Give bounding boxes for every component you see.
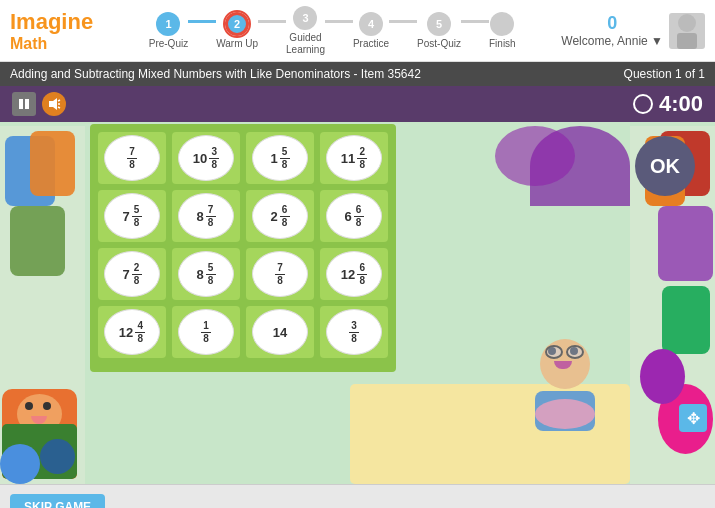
svg-line-5	[58, 100, 60, 101]
step-1[interactable]: 1Pre-Quiz	[149, 12, 188, 50]
move-icon[interactable]: ✥	[679, 404, 707, 432]
logo-line1: Imagine	[10, 9, 93, 35]
step-label-2: Warm Up	[216, 38, 258, 50]
welcome-text: Welcome, Annie ▼	[561, 34, 663, 48]
skip-game-button[interactable]: SKIP GAME	[10, 494, 105, 509]
logo-line2: Math	[10, 35, 93, 53]
board-cell-3-3[interactable]: 38	[320, 306, 388, 358]
board-cell-0-1[interactable]: 1038	[172, 132, 240, 184]
step-circle-2: 2	[225, 12, 249, 36]
board-cell-1-3[interactable]: 668	[320, 190, 388, 242]
board-cell-2-1[interactable]: 858	[172, 248, 240, 300]
svg-line-7	[58, 107, 60, 108]
logo: Imagine Math	[10, 9, 93, 53]
board-cell-3-0[interactable]: 1248	[98, 306, 166, 358]
timer-display: 4:00	[633, 91, 703, 117]
question-count: Question 1 of 1	[624, 67, 705, 81]
board-cell-2-2[interactable]: 78	[246, 248, 314, 300]
step-circle-6	[490, 12, 514, 36]
svg-rect-2	[19, 99, 23, 109]
step-circle-3: 3	[293, 6, 317, 30]
board-cell-1-1[interactable]: 878	[172, 190, 240, 242]
step-2[interactable]: 2Warm Up	[216, 12, 258, 50]
step-6[interactable]: Finish	[489, 12, 516, 50]
user-area: 0 Welcome, Annie ▼	[561, 13, 705, 49]
board-cell-3-1[interactable]: 18	[172, 306, 240, 358]
step-label-3: Guided Learning	[286, 32, 325, 56]
board-cell-2-0[interactable]: 728	[98, 248, 166, 300]
step-label-5: Post-Quiz	[417, 38, 461, 50]
board-cell-1-0[interactable]: 758	[98, 190, 166, 242]
svg-rect-3	[25, 99, 29, 109]
header: Imagine Math 1Pre-Quiz2Warm Up3Guided Le…	[0, 0, 715, 62]
question-title: Adding and Subtracting Mixed Numbers wit…	[10, 67, 421, 81]
progress-steps: 1Pre-Quiz2Warm Up3Guided Learning4Practi…	[113, 6, 551, 56]
step-circle-5: 5	[427, 12, 451, 36]
game-character	[530, 339, 600, 424]
footer: SKIP GAME	[0, 484, 715, 508]
sound-button[interactable]	[42, 92, 66, 116]
board-cell-0-3[interactable]: 1128	[320, 132, 388, 184]
board-cell-0-2[interactable]: 158	[246, 132, 314, 184]
timer-bar: 4:00	[0, 86, 715, 122]
board-row-0: 7810381581128	[98, 132, 388, 184]
ok-button[interactable]: OK	[635, 136, 695, 196]
board-row-3: 1248181438	[98, 306, 388, 358]
step-label-6: Finish	[489, 38, 516, 50]
game-board: 7810381581128758878268668728858781268124…	[90, 124, 396, 372]
avatar	[669, 13, 705, 49]
game-area: 4:00 78103815811287588782686687288587812…	[0, 86, 715, 484]
board-cell-1-2[interactable]: 268	[246, 190, 314, 242]
board-row-1: 758878268668	[98, 190, 388, 242]
step-circle-4: 4	[359, 12, 383, 36]
score-display: 0	[561, 13, 663, 34]
step-label-1: Pre-Quiz	[149, 38, 188, 50]
board-row-2: 728858781268	[98, 248, 388, 300]
step-5[interactable]: 5Post-Quiz	[417, 12, 461, 50]
user-dropdown-arrow[interactable]: ▼	[651, 34, 663, 48]
step-3[interactable]: 3Guided Learning	[286, 6, 325, 56]
board-cell-2-3[interactable]: 1268	[320, 248, 388, 300]
question-bar: Adding and Subtracting Mixed Numbers wit…	[0, 62, 715, 86]
svg-marker-4	[49, 98, 57, 110]
svg-point-0	[678, 14, 696, 32]
step-circle-1: 1	[156, 12, 180, 36]
board-cell-3-2[interactable]: 14	[246, 306, 314, 358]
step-4[interactable]: 4Practice	[353, 12, 389, 50]
timer-circle-icon	[633, 94, 653, 114]
pause-button[interactable]	[12, 92, 36, 116]
board-cell-0-0[interactable]: 78	[98, 132, 166, 184]
svg-rect-1	[677, 33, 697, 49]
step-label-4: Practice	[353, 38, 389, 50]
